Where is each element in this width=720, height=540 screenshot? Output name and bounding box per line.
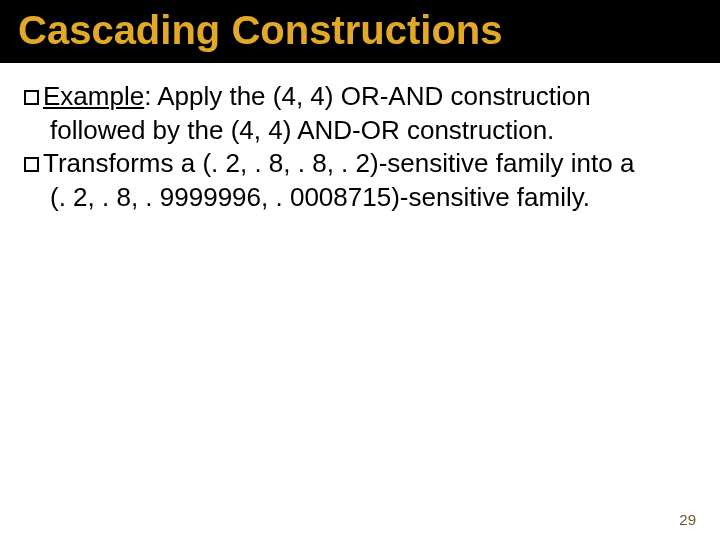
bullet-2-cont: (. 2, . 8, . 9999996, . 0008715)-sensiti… xyxy=(24,182,696,214)
example-label: Example xyxy=(43,81,144,111)
bullet-1-cont: followed by the (4, 4) AND-OR constructi… xyxy=(24,115,696,147)
slide-body: Example: Apply the (4, 4) OR-AND constru… xyxy=(0,63,720,214)
square-bullet-icon xyxy=(24,157,39,172)
bullet-1: Example: Apply the (4, 4) OR-AND constru… xyxy=(24,81,696,113)
line2-text: followed by the (4, 4) AND-OR constructi… xyxy=(50,115,554,145)
line4-text: (. 2, . 8, . 9999996, . 0008715)-sensiti… xyxy=(50,182,590,212)
line1-rest: : Apply the (4, 4) OR-AND construction xyxy=(144,81,591,111)
bullet-2: Transforms a (. 2, . 8, . 8, . 2)-sensit… xyxy=(24,148,696,180)
square-bullet-icon xyxy=(24,90,39,105)
title-bar: Cascading Constructions xyxy=(0,0,720,63)
page-number: 29 xyxy=(679,511,696,528)
line3-text: Transforms a (. 2, . 8, . 8, . 2)-sensit… xyxy=(43,148,634,178)
slide-title: Cascading Constructions xyxy=(18,8,503,52)
